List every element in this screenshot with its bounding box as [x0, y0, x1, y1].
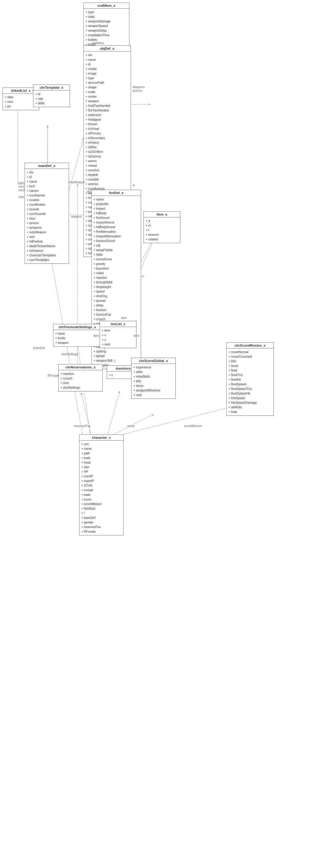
- label-item-invlist: item: [94, 334, 99, 337]
- svg-line-21: [107, 392, 119, 436]
- label-shotsettings: shotSettings: [61, 352, 78, 356]
- label-item-firedef: item: [121, 316, 127, 320]
- label-only-weapon: onlyWeapon: [68, 181, 85, 184]
- teamdef-s-body: + idx + id + name + tech + names + numNa…: [25, 169, 69, 264]
- label-weapon: weapon: [71, 215, 82, 218]
- label-weapons: weapons: [133, 85, 145, 89]
- chrfiremodesettings-s-body: + hand + fmIdx + weapon: [54, 330, 101, 346]
- label-teamdef: teamDef: [33, 346, 45, 350]
- label-prattitem: prattItem: [92, 41, 104, 45]
- label-c: c: [114, 359, 115, 363]
- chrtemplate-s-body: + id + rate + skills: [33, 91, 70, 107]
- svg-line-17: [81, 393, 92, 436]
- item-s-body: + a + m + t + amount + rotated: [144, 217, 180, 243]
- invlist-s-body: + item + x + y + next: [100, 327, 136, 348]
- chrfiremodesettings-s-title: chrFiremodeSettings_s: [54, 324, 101, 330]
- teamdef-s-box: teamDef_s + idx + id + name + tech + nam…: [25, 163, 69, 264]
- chrscoreglobal-s-body: + experience + skills + initialSkills + …: [132, 364, 175, 399]
- invlist-s-title: invList_s: [100, 321, 136, 327]
- chrscoreglobal-s-title: chrScoreGlobal_s: [132, 358, 175, 364]
- chrreservations-s-body: + reaction + crouch + shot + shotSetting…: [59, 370, 102, 391]
- chrreservations-s-title: chrReservations_s: [59, 365, 102, 370]
- chrtemplate-s-title: chrTemplate_s: [33, 85, 70, 91]
- firedef-s-title: fireDef_s: [92, 190, 141, 196]
- invlist-s-box: invList_s + item + x + y + next: [100, 321, 136, 348]
- label-ammos: ammos: [133, 89, 143, 92]
- chrscoremission-s-body: + moveNormal + moveCrouched + kills + st…: [226, 348, 274, 415]
- label-reservedtus: reservedTus: [74, 424, 91, 428]
- label-m: m: [133, 184, 135, 187]
- chrscoreglobal-s-box: chrScoreGlobal_s + experience + skills +…: [131, 358, 176, 399]
- character-s-title: character_s: [79, 435, 123, 441]
- svg-line-8: [67, 138, 83, 196]
- label-rfmode: RFmode: [47, 374, 59, 377]
- label-scoremission: scoreMission: [184, 424, 202, 428]
- craftitem-s-title: craftItem_s: [84, 3, 129, 9]
- chrscoremission-s-box: chrScoreMission_s + moveNormal + moveCro…: [226, 342, 274, 416]
- chrreservations-s-box: chrReservations_s + reaction + crouch + …: [58, 364, 103, 392]
- character-s-box: character_s + ucn + name + path + body +…: [79, 434, 124, 535]
- chrscoremission-s-title: chrScoreMission_s: [226, 343, 274, 348]
- chrtemplate-s-box: chrTemplate_s + id + rate + skills: [33, 85, 70, 107]
- label-next-invlist: next: [133, 334, 139, 337]
- objdef-s-title: objDef_s: [84, 46, 131, 52]
- label-score: score: [127, 424, 135, 428]
- item-s-title: item_s: [144, 212, 180, 217]
- teamdef-s-title: teamDef_s: [25, 163, 69, 169]
- item-s-box: item_s + a + m + t + amount + rotated: [143, 211, 180, 243]
- character-s-body: + ucn + name + path + body + head + skin…: [79, 441, 123, 535]
